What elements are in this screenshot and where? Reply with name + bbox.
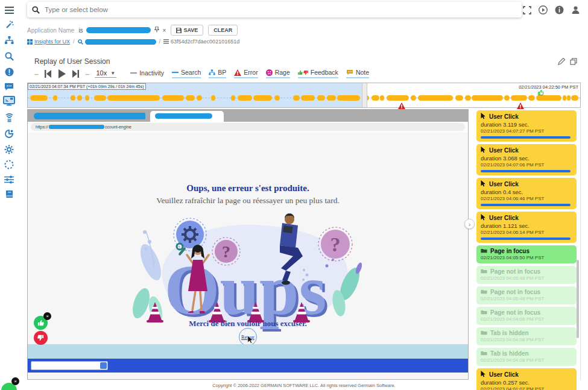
feedback-marker-icon[interactable] <box>537 87 544 94</box>
activity-segment[interactable] <box>411 95 416 101</box>
broadcast-icon[interactable] <box>0 112 18 125</box>
activity-segment[interactable] <box>504 95 510 101</box>
save-button[interactable]: SAVE <box>171 25 203 36</box>
activity-segment[interactable] <box>301 95 315 101</box>
book-icon[interactable] <box>0 187 18 201</box>
event-card[interactable]: Page not in focus02/21/2023 04:04:08 PM … <box>476 307 577 325</box>
legend-toggle-error[interactable]: Error <box>234 69 258 78</box>
menu-icon[interactable] <box>0 4 18 17</box>
skip-start-icon[interactable] <box>44 70 52 78</box>
close-icon[interactable]: × <box>43 312 51 320</box>
pie-gear-icon[interactable] <box>0 127 18 140</box>
folder-icon <box>481 309 487 316</box>
play-circle-icon[interactable] <box>538 5 548 15</box>
breadcrumb-insights-link[interactable]: Insights for UX <box>27 39 70 45</box>
activity-segment[interactable] <box>511 95 527 101</box>
activity-segment[interactable] <box>418 95 454 101</box>
sliders-icon[interactable] <box>0 173 18 186</box>
activity-segment[interactable] <box>274 95 280 101</box>
activity-segment[interactable] <box>571 95 578 101</box>
footer-input-redacted[interactable] <box>31 361 108 370</box>
sitemap-icon[interactable] <box>0 34 18 47</box>
clear-filter-icon[interactable]: × <box>163 27 166 34</box>
global-search[interactable]: Type or select below <box>27 2 522 17</box>
activity-segment[interactable] <box>337 95 360 101</box>
filter-value-redacted[interactable] <box>86 27 151 33</box>
activity-segment[interactable] <box>317 95 325 101</box>
url-bar[interactable]: https:// ccount-engine <box>31 123 465 131</box>
play-icon[interactable] <box>57 69 66 78</box>
zoom-out-icon[interactable]: – <box>34 69 39 78</box>
alert-circle-icon[interactable] <box>0 65 18 78</box>
edit-icon[interactable] <box>558 57 565 68</box>
gear-icon[interactable] <box>0 143 18 156</box>
session-timeline[interactable]: 02/21/2023 04:07:34 PM PST (+01h 09m 29s… <box>27 83 581 108</box>
activity-segment[interactable] <box>77 95 81 101</box>
legend-toggle-rage[interactable]: Rage <box>266 69 290 78</box>
activity-segment[interactable] <box>380 95 384 101</box>
event-card[interactable]: Page not in focus02/21/2023 04:05:48 PM … <box>476 286 577 304</box>
activity-segment[interactable] <box>293 95 300 101</box>
activity-segment[interactable] <box>94 95 106 101</box>
event-card[interactable]: User Clickduration 0.4 sec.02/21/2023 04… <box>476 178 577 209</box>
activity-segment[interactable] <box>211 95 215 101</box>
legend-toggle-inactivity[interactable]: Inactivity <box>130 69 164 78</box>
activity-segment[interactable] <box>465 95 470 101</box>
skip-end-icon[interactable] <box>72 70 80 78</box>
event-card[interactable]: Tab is hidden02/21/2023 04:04:08 PM PST <box>476 327 577 345</box>
activity-segment[interactable] <box>455 95 463 101</box>
error-marker-icon[interactable] <box>398 101 405 107</box>
activity-segment[interactable] <box>563 95 566 101</box>
activity-segment[interactable] <box>30 95 48 101</box>
events-scrollbar[interactable] <box>577 260 579 338</box>
browser-tab-redacted[interactable] <box>34 113 145 119</box>
event-card[interactable]: User Clickduration 3.119 sec.02/21/2023 … <box>476 110 577 142</box>
error-marker-icon[interactable] <box>517 101 524 107</box>
event-card[interactable]: Page in focus02/21/2023 04:05:50 PM PST <box>476 245 577 263</box>
activity-segment[interactable] <box>327 95 336 101</box>
activity-segment[interactable] <box>567 95 571 101</box>
activity-segment[interactable] <box>387 95 409 101</box>
chat-icon[interactable] <box>0 80 18 93</box>
activity-segment[interactable] <box>107 95 160 101</box>
event-card[interactable]: User Clickduration 1.121 sec.02/21/2023 … <box>476 212 577 243</box>
activity-segment[interactable] <box>71 95 75 101</box>
activity-segment[interactable] <box>528 95 535 101</box>
browser-tab-active[interactable] <box>150 111 224 122</box>
dashed-circle-icon[interactable] <box>0 158 18 171</box>
clear-button[interactable]: CLEAR <box>208 25 238 36</box>
magic-wand-icon[interactable] <box>0 18 18 31</box>
activity-segment[interactable] <box>53 95 57 101</box>
activity-segment[interactable] <box>186 95 195 101</box>
info-icon[interactable] <box>554 5 564 15</box>
event-card[interactable]: User Clickduration 3.068 sec.02/21/2023 … <box>476 144 577 175</box>
copy-icon[interactable] <box>570 57 577 68</box>
close-icon[interactable]: × <box>11 377 19 385</box>
speed-selector[interactable]: 10x▼ <box>95 69 116 78</box>
activity-segment[interactable] <box>371 95 379 101</box>
fullscreen-icon[interactable] <box>522 5 532 15</box>
event-card[interactable]: Tab is hidden02/21/2023 04:04:08 PM PST <box>476 348 577 366</box>
timeline-playhead[interactable] <box>362 83 367 107</box>
search-nav-icon[interactable] <box>0 49 18 63</box>
legend-toggle-feedback[interactable]: Feedback <box>298 69 338 78</box>
activity-segment[interactable] <box>238 95 252 101</box>
footer-input-button[interactable] <box>100 362 107 369</box>
legend-toggle-note[interactable]: Note <box>346 69 369 78</box>
filter-field-label: Application Name <box>27 27 74 34</box>
activity-segment[interactable] <box>85 95 89 101</box>
event-card[interactable]: Page not in focus02/21/2023 04:05:48 PM … <box>476 266 577 284</box>
user-account-icon[interactable] <box>571 5 581 15</box>
pin-icon[interactable] <box>154 27 159 34</box>
legend-toggle-search[interactable]: Search <box>172 69 201 78</box>
breadcrumb-redacted-link[interactable] <box>78 39 156 45</box>
legend-toggle-bp[interactable]: BP <box>209 69 226 78</box>
activity-segment[interactable] <box>536 95 561 101</box>
activity-segment[interactable] <box>162 95 185 101</box>
thumbs-down-button[interactable] <box>34 331 48 345</box>
activity-segment[interactable] <box>253 95 272 101</box>
sidebar-collapse-button[interactable]: › <box>464 219 475 229</box>
activity-segment[interactable] <box>472 95 502 101</box>
session-replay-icon[interactable] <box>0 95 18 108</box>
zoom-in-icon[interactable]: – <box>85 69 89 78</box>
